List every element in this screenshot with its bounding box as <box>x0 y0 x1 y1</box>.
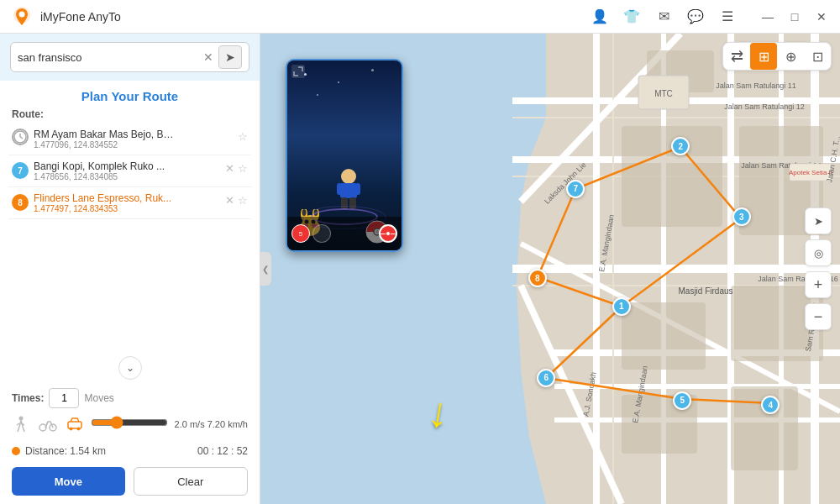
times-input[interactable] <box>49 388 79 408</box>
map-area[interactable]: MTC Masjid Firdaus Jalan Sam Ratulangi 1… <box>260 34 840 504</box>
svg-line-8 <box>18 427 19 432</box>
route-item-coords-2: 1.478656, 124.834085 <box>34 172 220 181</box>
route-item-delete-2[interactable]: ✕ <box>225 162 234 175</box>
map-right-controls: ➤ ◎ + − <box>805 207 832 330</box>
close-button[interactable]: ✕ <box>810 5 833 29</box>
nav-icons: 👤 👕 ✉ 💬 ☰ <box>588 5 739 29</box>
game-popup-inner: 5 <box>287 60 402 250</box>
minimize-button[interactable]: — <box>756 5 780 29</box>
svg-point-67 <box>341 169 356 184</box>
search-input-wrap: san fransisco ✕ ➤ <box>10 42 249 72</box>
map-marker-1[interactable]: 1 <box>612 297 631 316</box>
app-title: iMyFone AnyTo <box>40 10 121 24</box>
main-layout: san fransisco ✕ ➤ Plan Your Route Route:… <box>0 34 840 504</box>
locate-me-button[interactable]: ➤ <box>805 207 832 234</box>
collapse-panel-handle[interactable]: ❮ <box>260 252 271 286</box>
multi-stop-mode-icon[interactable]: ⊞ <box>750 43 777 70</box>
speed-slider[interactable] <box>91 416 168 429</box>
route-marker-clock <box>12 129 29 145</box>
search-input[interactable]: san fransisco <box>18 51 203 64</box>
speed-values: 2.0 m/s 7.20 km/h <box>175 419 248 429</box>
svg-rect-69 <box>337 183 342 195</box>
svg-rect-15 <box>68 422 81 428</box>
svg-line-4 <box>20 137 23 139</box>
app-logo <box>10 5 34 29</box>
menu-icon[interactable]: ☰ <box>716 5 739 29</box>
map-marker-3[interactable]: 3 <box>732 207 751 226</box>
maximize-button[interactable]: □ <box>783 5 806 29</box>
svg-point-16 <box>70 428 73 431</box>
route-item-name-3: Flinders Lane Espresso, Ruk... <box>34 192 176 204</box>
center-map-button[interactable]: ◎ <box>805 239 832 266</box>
route-panel-title: Plan Your Route <box>0 81 260 108</box>
svg-line-9 <box>23 427 24 432</box>
route-item-info-3: Flinders Lane Espresso, Ruk... 1.477497,… <box>34 192 220 213</box>
route-item-star-3[interactable]: ☆ <box>238 194 248 207</box>
profile-icon[interactable]: 👤 <box>588 5 612 29</box>
car-icon <box>66 415 84 433</box>
distance-text: Distance: 1.54 km <box>25 445 192 457</box>
time-text: 00 : 12 : 52 <box>197 445 248 457</box>
zoom-in-button[interactable]: + <box>805 271 832 298</box>
route-label: Route: <box>0 108 260 123</box>
svg-point-17 <box>77 428 81 431</box>
mail-icon[interactable]: ✉ <box>652 5 675 29</box>
svg-point-1 <box>19 11 25 17</box>
map-marker-2[interactable]: 2 <box>671 137 690 155</box>
times-label: Times: <box>12 392 44 404</box>
route-item-name-2: Bangi Kopi, Komplek Ruko ... <box>34 160 176 172</box>
window-controls: — □ ✕ <box>756 5 833 29</box>
search-clear-icon[interactable]: ✕ <box>203 50 213 64</box>
route-item-name-1: RM Ayam Bakar Mas Bejo, Boule... <box>34 129 176 140</box>
svg-text:Masjid Firdaus: Masjid Firdaus <box>678 286 732 296</box>
title-bar: iMyFone AnyTo 👤 👕 ✉ 💬 ☰ — □ ✕ <box>0 0 840 34</box>
svg-text:MTC: MTC <box>654 89 673 98</box>
route-list: RM Ayam Bakar Mas Bejo, Boule... 1.47709… <box>0 123 260 354</box>
route-item-coords-3: 1.477497, 124.834353 <box>34 204 220 213</box>
svg-line-11 <box>21 423 24 425</box>
map-marker-6[interactable]: 6 <box>537 369 555 387</box>
svg-text:Jalan Sam Ratulangi 11: Jalan Sam Ratulangi 11 <box>716 81 796 90</box>
svg-line-10 <box>17 423 19 425</box>
route-item-2: 7 Bangi Kopi, Komplek Ruko ... 1.478656,… <box>8 155 251 187</box>
svg-rect-70 <box>355 183 360 195</box>
moves-label: Moves <box>84 392 113 404</box>
svg-point-5 <box>19 417 24 421</box>
route-item-star-2[interactable]: ☆ <box>238 162 248 175</box>
speed-row: 2.0 m/s 7.20 km/h <box>0 412 260 438</box>
route-item-delete-3[interactable]: ✕ <box>225 194 234 207</box>
route-item-star-1[interactable]: ☆ <box>238 130 248 143</box>
search-bar: san fransisco ✕ ➤ <box>0 34 260 81</box>
route-item-actions-1: ☆ <box>238 130 248 143</box>
zoom-out-button[interactable]: − <box>805 303 832 330</box>
portrait-mode-icon[interactable]: ⊡ <box>804 43 831 70</box>
target-mode-icon[interactable]: ⊕ <box>777 43 804 70</box>
svg-point-12 <box>39 424 46 431</box>
route-item-1: RM Ayam Bakar Mas Bejo, Boule... 1.47709… <box>8 123 251 155</box>
route-mode-icon[interactable]: ⇄ <box>723 43 750 70</box>
map-toolbar: ⇄ ⊞ ⊕ ⊡ <box>722 42 832 71</box>
map-marker-7[interactable]: 7 <box>566 180 585 198</box>
route-panel: Plan Your Route Route: RM Ayam Bakar Mas… <box>0 81 260 504</box>
route-item-info-1: RM Ayam Bakar Mas Bejo, Boule... 1.47709… <box>34 129 233 150</box>
move-button[interactable]: Move <box>12 467 125 496</box>
left-panel: san fransisco ✕ ➤ Plan Your Route Route:… <box>0 34 260 504</box>
shirt-icon[interactable]: 👕 <box>620 5 643 29</box>
clear-button[interactable]: Clear <box>134 467 249 496</box>
map-marker-5[interactable]: 5 <box>673 391 691 410</box>
route-marker-7: 7 <box>12 162 29 179</box>
chat-icon[interactable]: 💬 <box>684 5 707 29</box>
orange-dot <box>12 447 20 455</box>
route-item-actions-3: ✕ ☆ <box>225 194 248 207</box>
action-buttons: Move Clear <box>0 460 260 504</box>
route-item-coords-1: 1.477096, 124.834552 <box>34 140 233 150</box>
search-go-button[interactable]: ➤ <box>218 45 242 69</box>
expand-button[interactable]: ⌄ <box>0 354 260 385</box>
svg-rect-68 <box>340 183 357 198</box>
svg-rect-40 <box>622 302 706 370</box>
game-popup: 5 <box>286 59 403 252</box>
route-marker-8: 8 <box>12 194 29 211</box>
map-marker-8[interactable]: 8 <box>528 269 547 287</box>
map-marker-4[interactable]: 4 <box>761 396 780 414</box>
expand-circle-icon[interactable]: ⌄ <box>118 356 142 380</box>
